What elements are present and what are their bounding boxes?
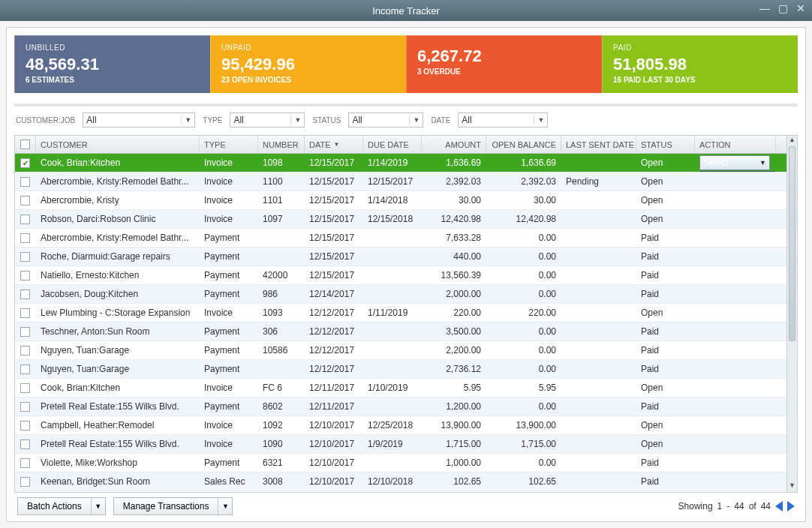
cell-action (695, 172, 776, 190)
row-checkbox[interactable] (20, 177, 30, 187)
cell-open-balance: 220.00 (486, 304, 561, 322)
pager: Showing 1 - 44 of 44 (678, 501, 795, 512)
select-all-checkbox[interactable] (20, 140, 30, 149)
row-checkbox[interactable] (20, 327, 30, 337)
table-row[interactable]: Cook, Brian:KitchenInvoiceFC 612/11/2017… (15, 379, 786, 398)
card-unbilled[interactable]: UNBILLED 48,569.31 6 ESTIMATES (14, 35, 210, 93)
cell-date: 12/15/2017 (305, 172, 363, 190)
row-checkbox[interactable] (20, 440, 30, 449)
cell-status: Open (636, 154, 695, 172)
row-checkbox[interactable] (20, 364, 30, 374)
row-checkbox[interactable] (20, 308, 30, 318)
batch-actions-button[interactable]: Batch Actions ▼ (17, 497, 106, 515)
row-checkbox[interactable] (20, 290, 30, 299)
chevron-down-icon[interactable]: ▼ (92, 502, 105, 510)
minimize-icon[interactable]: — (758, 3, 771, 15)
col-number[interactable]: NUMBER (258, 136, 305, 153)
cell-number: 1101 (258, 191, 305, 209)
table-row[interactable]: Roche, Diarmuid:Garage repairsPayment12/… (15, 248, 786, 266)
page-next-icon[interactable] (787, 501, 795, 512)
table-row[interactable]: Campbell, Heather:RemodelInvoice109212/1… (15, 416, 786, 435)
row-checkbox[interactable] (20, 477, 30, 487)
row-checkbox[interactable] (20, 402, 30, 412)
scroll-up-icon[interactable]: ▲ (787, 136, 797, 146)
row-checkbox[interactable] (20, 158, 30, 168)
row-checkbox[interactable] (20, 214, 30, 224)
table-row[interactable]: Abercrombie, Kristy:Remodel Bathr...Paym… (15, 229, 786, 248)
scroll-down-icon[interactable]: ▼ (787, 482, 797, 492)
cell-date: 12/10/2017 (305, 472, 363, 490)
table-row[interactable]: Nguyen, Tuan:GaragePayment12/12/20172,73… (15, 360, 786, 379)
table-row[interactable]: Violette, Mike:WorkshopPayment632112/10/… (15, 454, 786, 472)
row-checkbox[interactable] (20, 458, 30, 468)
page-prev-icon[interactable] (775, 501, 783, 512)
col-due-date[interactable]: DUE DATE (363, 136, 422, 153)
maximize-icon[interactable]: ▢ (776, 3, 789, 15)
filter-status-combo[interactable]: All ▼ (348, 112, 423, 128)
table-row[interactable]: Abercrombie, Kristy:Remodel Bathr...Invo… (15, 172, 786, 191)
table-row[interactable]: Pretell Real Estate:155 Wilks Blvd.Payme… (15, 398, 786, 416)
col-type[interactable]: TYPE (200, 136, 258, 153)
col-date[interactable]: DATE▼ (305, 136, 363, 153)
cell-date: 12/15/2017 (305, 210, 363, 228)
cell-action (695, 472, 776, 490)
cell-open-balance: 12,420.98 (486, 210, 561, 228)
manage-transactions-label: Manage Transactions (114, 498, 219, 514)
cell-date: 12/12/2017 (305, 341, 363, 359)
filter-customer-combo[interactable]: All ▼ (83, 112, 195, 128)
row-checkbox[interactable] (20, 252, 30, 262)
cell-open-balance: 0.00 (486, 285, 561, 303)
chevron-down-icon[interactable]: ▼ (218, 502, 232, 510)
cell-amount: 440.00 (422, 248, 486, 266)
cell-due: 1/14/2019 (363, 154, 422, 172)
scroll-track[interactable] (787, 146, 797, 482)
cell-open-balance: 0.00 (486, 454, 561, 472)
cell-number: 1092 (258, 416, 305, 434)
card-overdue[interactable]: 6,267.72 3 OVERDUE (406, 35, 602, 93)
col-open-balance[interactable]: OPEN BALANCE (486, 136, 561, 153)
cell-last-sent (561, 248, 636, 266)
card-paid[interactable]: PAID 51,805.98 16 PAID LAST 30 DAYS (602, 35, 798, 93)
cell-number: 8602 (258, 398, 305, 416)
table-row[interactable]: Nguyen, Tuan:GaragePayment1058612/12/201… (15, 341, 786, 360)
col-last-sent[interactable]: LAST SENT DATE (561, 136, 636, 153)
vertical-scrollbar[interactable]: ▲ ▼ (786, 136, 797, 492)
row-checkbox[interactable] (20, 271, 30, 280)
col-status[interactable]: STATUS (636, 136, 695, 153)
cell-status: Paid (636, 398, 695, 416)
table-row[interactable]: Keenan, Bridget:Sun RoomSales Rec300812/… (15, 472, 786, 491)
table-row[interactable]: Robson, Darci:Robson ClinicInvoice109712… (15, 210, 786, 229)
row-checkbox[interactable] (20, 383, 30, 393)
filter-date-combo[interactable]: All ▼ (458, 112, 548, 128)
table-row[interactable]: Jacobsen, Doug:KitchenPayment98612/14/20… (15, 285, 786, 304)
table-row[interactable]: Abercrombie, KristyInvoice110112/15/2017… (15, 191, 786, 210)
table-body: Cook, Brian:KitchenInvoice109812/15/2017… (15, 154, 786, 492)
close-icon[interactable]: ✕ (794, 3, 807, 15)
cell-type: Sales Rec (200, 472, 258, 490)
cell-open-balance: 30.00 (486, 191, 561, 209)
pager-to: 44 (734, 501, 744, 512)
col-action[interactable]: ACTION (695, 136, 776, 153)
col-customer[interactable]: CUSTOMER (36, 136, 200, 153)
scroll-thumb[interactable] (789, 146, 795, 341)
manage-transactions-button[interactable]: Manage Transactions ▼ (113, 497, 233, 515)
row-checkbox[interactable] (20, 196, 30, 206)
filter-type-combo[interactable]: All ▼ (230, 112, 305, 128)
cell-last-sent (561, 360, 636, 378)
table-row[interactable]: Lew Plumbing - C:Storage ExpansionInvoic… (15, 304, 786, 322)
cell-number (258, 229, 305, 247)
table-row[interactable]: Cook, Brian:KitchenInvoice109812/15/2017… (15, 154, 786, 172)
card-unpaid[interactable]: UNPAID 95,429.96 23 OPEN INVOICES (210, 35, 406, 93)
cell-customer: Jacobsen, Doug:Kitchen (36, 285, 200, 303)
cell-number: 1098 (258, 154, 305, 172)
table-row[interactable]: Natiello, Ernesto:KitchenPayment4200012/… (15, 266, 786, 285)
row-checkbox[interactable] (20, 233, 30, 243)
cell-amount: 1,715.00 (422, 435, 486, 453)
table-row[interactable]: Teschner, Anton:Sun RoomPayment30612/12/… (15, 322, 786, 341)
row-checkbox[interactable] (20, 346, 30, 356)
action-select[interactable]: Select▼SelectReceive PaymentPrintEmail (699, 155, 770, 170)
col-amount[interactable]: AMOUNT (422, 136, 486, 153)
sort-desc-icon: ▼ (334, 141, 340, 148)
table-row[interactable]: Pretell Real Estate:155 Wilks Blvd.Invoi… (15, 435, 786, 454)
row-checkbox[interactable] (20, 421, 30, 430)
